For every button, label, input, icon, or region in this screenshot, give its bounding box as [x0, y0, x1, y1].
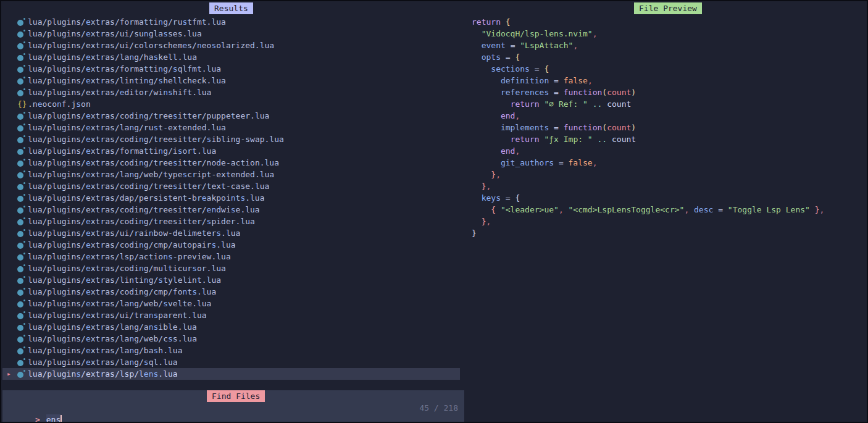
- lua-file-icon: [17, 182, 25, 190]
- lua-file-icon: [17, 276, 25, 284]
- lua-file-icon: [17, 30, 25, 38]
- result-row[interactable]: lua/plugins/extras/dap/persistent-breakp…: [2, 192, 460, 204]
- lua-file-icon: [17, 229, 25, 237]
- match-counter: 45 / 218: [419, 402, 458, 414]
- telescope-picker-window: Results lua/plugins/extras/formatting/ru…: [0, 0, 868, 423]
- result-row[interactable]: lua/plugins/extras/ui/rainbow-delimeters…: [2, 227, 460, 239]
- result-row[interactable]: lua/plugins/extras/ui/transparent.lua: [2, 309, 460, 321]
- file-preview-code: return { "VidocqH/lsp-lens.nvim", event …: [472, 16, 824, 239]
- lua-file-icon: [17, 88, 25, 96]
- result-row[interactable]: lua/plugins/extras/coding/treesitter/end…: [2, 204, 460, 216]
- prompt-input-line[interactable]: >ens 45 / 218: [6, 402, 459, 414]
- result-row[interactable]: lua/plugins/extras/lang/ansible.lua: [2, 321, 460, 333]
- lua-file-icon: [17, 323, 25, 331]
- result-row[interactable]: lua/plugins/extras/coding/treesitter/pup…: [2, 110, 460, 122]
- results-pane-title: Results: [209, 2, 253, 14]
- lua-file-icon: [17, 299, 25, 308]
- prompt-bar: Find Files >ens 45 / 218: [2, 390, 464, 423]
- result-row[interactable]: lua/plugins/extras/linting/shellcheck.lu…: [2, 75, 460, 86]
- prompt-title: Find Files: [207, 390, 265, 402]
- lua-file-icon: [17, 264, 25, 272]
- result-row[interactable]: lua/plugins/extras/lang/rust-extended.lu…: [2, 122, 460, 133]
- result-row[interactable]: lua/plugins/extras/coding/treesitter/sib…: [2, 133, 460, 145]
- lua-file-icon: [17, 124, 25, 132]
- result-row[interactable]: lua/plugins/extras/coding/treesitter/tex…: [2, 180, 460, 192]
- lua-file-icon: [17, 311, 25, 319]
- lua-file-icon: [17, 241, 25, 249]
- result-row-selected[interactable]: ▸lua/plugins/extras/lsp/lens.lua: [2, 368, 460, 380]
- result-row[interactable]: lua/plugins/extras/coding/multicursor.lu…: [2, 262, 460, 274]
- lua-file-icon: [17, 77, 25, 85]
- file-preview-title: File Preview: [634, 2, 702, 14]
- result-row[interactable]: lua/plugins/extras/lang/haskell.lua: [2, 51, 460, 63]
- lua-file-icon: [17, 53, 25, 61]
- lua-file-icon: [17, 217, 25, 225]
- result-row[interactable]: lua/plugins/extras/ui/colorschemes/neoso…: [2, 40, 460, 51]
- result-row[interactable]: lua/plugins/extras/coding/cmp/autopairs.…: [2, 239, 460, 251]
- lua-file-icon: [17, 194, 25, 202]
- result-row[interactable]: lua/plugins/extras/lang/web/svelte.lua: [2, 298, 460, 309]
- lua-file-icon: [17, 18, 25, 26]
- results-list: lua/plugins/extras/formatting/rustfmt.lu…: [2, 16, 460, 380]
- result-row[interactable]: lua/plugins/extras/lang/bash.lua: [2, 345, 460, 356]
- result-row[interactable]: lua/plugins/extras/lang/sql.lua: [2, 356, 460, 368]
- result-row[interactable]: lua/plugins/extras/coding/treesitter/nod…: [2, 157, 460, 169]
- lua-file-icon: [17, 253, 25, 261]
- result-row[interactable]: lua/plugins/extras/formatting/sqlfmt.lua: [2, 63, 460, 75]
- result-row[interactable]: lua/plugins/extras/lsp/actions-preview.l…: [2, 251, 460, 262]
- result-row[interactable]: lua/plugins/extras/coding/treesitter/spi…: [2, 216, 460, 227]
- result-row[interactable]: lua/plugins/extras/linting/stylelint.lua: [2, 274, 460, 286]
- lua-file-icon: [17, 112, 25, 120]
- lua-file-icon: [17, 346, 25, 354]
- result-row[interactable]: lua/plugins/extras/formatting/isort.lua: [2, 145, 460, 157]
- lua-file-icon: [17, 370, 25, 378]
- lua-file-icon: [17, 206, 25, 214]
- result-row[interactable]: lua/plugins/extras/lang/web/typescript-e…: [2, 169, 460, 180]
- result-row[interactable]: lua/plugins/extras/ui/sunglasses.lua: [2, 28, 460, 40]
- lua-file-icon: [17, 159, 25, 167]
- result-row[interactable]: lua/plugins/extras/lang/web/css.lua: [2, 333, 460, 345]
- json-file-icon: {}: [17, 98, 25, 110]
- selection-caret-icon: ▸: [7, 368, 11, 380]
- search-input[interactable]: ens: [46, 414, 61, 423]
- text-cursor-icon: [61, 415, 62, 423]
- prompt-chevron-icon: >: [35, 415, 40, 423]
- result-row[interactable]: lua/plugins/extras/formatting/rustfmt.lu…: [2, 16, 460, 28]
- lua-file-icon: [17, 147, 25, 155]
- lua-file-icon: [17, 170, 25, 178]
- lua-file-icon: [17, 41, 25, 49]
- lua-file-icon: [17, 288, 25, 296]
- lua-file-icon: [17, 335, 25, 343]
- result-row[interactable]: lua/plugins/extras/coding/cmp/fonts.lua: [2, 286, 460, 298]
- result-row[interactable]: lua/plugins/extras/editor/winshift.lua: [2, 86, 460, 98]
- lua-file-icon: [17, 358, 25, 366]
- result-row[interactable]: {}.neoconf.json: [2, 98, 460, 110]
- lua-file-icon: [17, 135, 25, 143]
- lua-file-icon: [17, 65, 25, 73]
